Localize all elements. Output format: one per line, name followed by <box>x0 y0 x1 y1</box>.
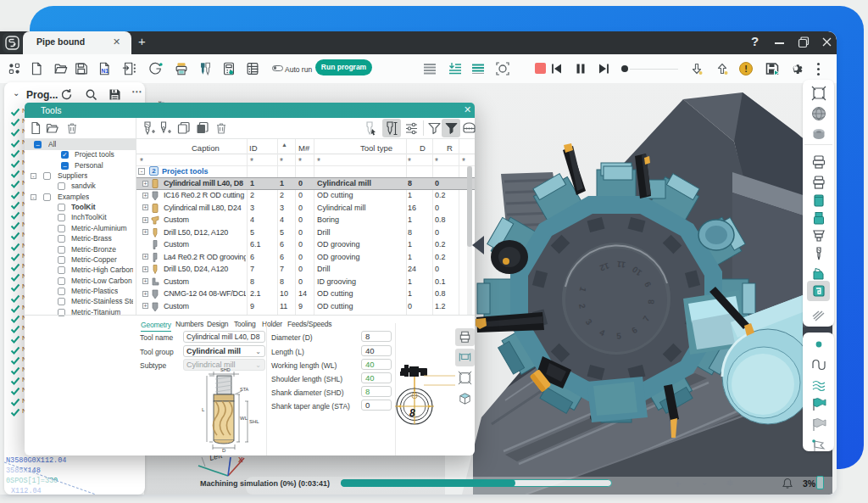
svg-text:D: D <box>222 448 226 452</box>
svg-text:8: 8 <box>409 407 415 419</box>
svg-text:8: 8 <box>647 299 656 305</box>
svg-text:N1: N1 <box>101 68 108 74</box>
svg-text:STA: STA <box>240 387 249 392</box>
svg-text:X: X <box>238 455 243 464</box>
svg-text:11: 11 <box>615 260 626 270</box>
svg-text:SHD: SHD <box>220 367 231 372</box>
svg-text:SHL: SHL <box>249 419 259 424</box>
svg-text:L: L <box>202 407 205 412</box>
svg-text:WL: WL <box>240 416 248 421</box>
